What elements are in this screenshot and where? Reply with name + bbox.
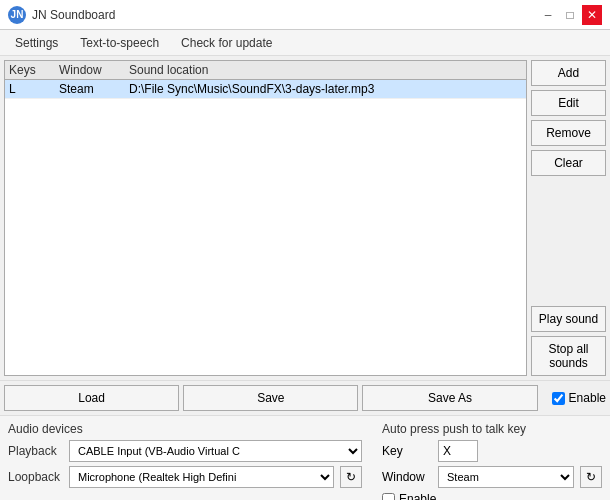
auto-push-title: Auto press push to talk key (382, 422, 602, 436)
main-content: Keys Window Sound location L Steam D:\Fi… (0, 56, 610, 380)
menu-check-update[interactable]: Check for update (170, 31, 283, 55)
save-as-button[interactable]: Save As (362, 385, 537, 411)
maximize-button[interactable]: □ (560, 5, 580, 25)
auto-push-enable-checkbox[interactable] (382, 493, 395, 501)
loopback-row: Loopback Microphone (Realtek High Defini… (8, 466, 362, 488)
window-title: JN Soundboard (32, 8, 115, 22)
enable-checkbox[interactable] (552, 392, 565, 405)
sidebar: Add Edit Remove Clear Play sound Stop al… (531, 60, 606, 376)
audio-devices-title: Audio devices (8, 422, 362, 436)
add-button[interactable]: Add (531, 60, 606, 86)
table-row[interactable]: L Steam D:\File Sync\Music\SoundFX\3-day… (5, 80, 526, 99)
remove-button[interactable]: Remove (531, 120, 606, 146)
app-icon: JN (8, 6, 26, 24)
auto-push: Auto press push to talk key Key Window S… (382, 422, 602, 500)
audio-devices: Audio devices Playback CABLE Input (VB-A… (8, 422, 362, 500)
window-label: Window (382, 470, 432, 484)
loopback-label: Loopback (8, 470, 63, 484)
auto-push-enable-row: Enable (382, 492, 602, 500)
bottom-buttons: Load Save Save As Enable (0, 380, 610, 415)
cell-window: Steam (59, 82, 129, 96)
menu-settings[interactable]: Settings (4, 31, 69, 55)
close-button[interactable]: ✕ (582, 5, 602, 25)
playback-row: Playback CABLE Input (VB-Audio Virtual C (8, 440, 362, 462)
window-select[interactable]: Steam (438, 466, 574, 488)
enable-label: Enable (569, 391, 606, 405)
key-row: Key (382, 440, 602, 462)
stop-all-sounds-button[interactable]: Stop all sounds (531, 336, 606, 376)
menu-bar: Settings Text-to-speech Check for update (0, 30, 610, 56)
playback-label: Playback (8, 444, 63, 458)
play-sound-button[interactable]: Play sound (531, 306, 606, 332)
table-header: Keys Window Sound location (5, 61, 526, 80)
col-header-location: Sound location (129, 63, 522, 77)
title-bar: JN JN Soundboard – □ ✕ (0, 0, 610, 30)
sound-table: Keys Window Sound location L Steam D:\Fi… (4, 60, 527, 376)
footer-row: Audio devices Playback CABLE Input (VB-A… (8, 422, 602, 500)
auto-push-enable-label: Enable (399, 492, 436, 500)
save-button[interactable]: Save (183, 385, 358, 411)
col-header-keys: Keys (9, 63, 59, 77)
title-bar-left: JN JN Soundboard (8, 6, 115, 24)
enable-section: Enable (542, 391, 606, 405)
window-row: Window Steam ↻ (382, 466, 602, 488)
cell-location: D:\File Sync\Music\SoundFX\3-days-later.… (129, 82, 522, 96)
key-input[interactable] (438, 440, 478, 462)
title-controls: – □ ✕ (538, 5, 602, 25)
key-label: Key (382, 444, 432, 458)
playback-select[interactable]: CABLE Input (VB-Audio Virtual C (69, 440, 362, 462)
cell-keys: L (9, 82, 59, 96)
minimize-button[interactable]: – (538, 5, 558, 25)
footer: Audio devices Playback CABLE Input (VB-A… (0, 415, 610, 500)
table-body: L Steam D:\File Sync\Music\SoundFX\3-day… (5, 80, 526, 99)
loopback-select[interactable]: Microphone (Realtek High Defini (69, 466, 334, 488)
window-refresh-button[interactable]: ↻ (580, 466, 602, 488)
col-header-window: Window (59, 63, 129, 77)
load-button[interactable]: Load (4, 385, 179, 411)
clear-button[interactable]: Clear (531, 150, 606, 176)
edit-button[interactable]: Edit (531, 90, 606, 116)
loopback-refresh-button[interactable]: ↻ (340, 466, 362, 488)
menu-tts[interactable]: Text-to-speech (69, 31, 170, 55)
